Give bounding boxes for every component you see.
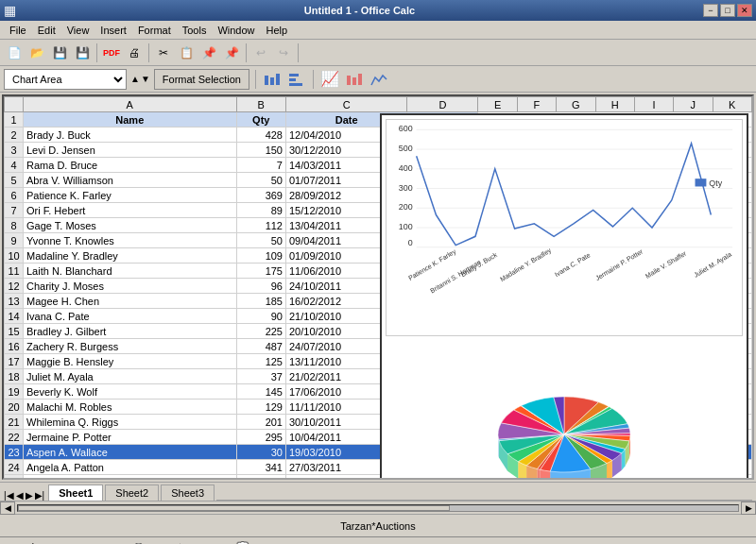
draw-line-button[interactable]: \ [25, 539, 43, 545]
draw-callout2-button[interactable]: 💭 [232, 539, 251, 545]
cell-b14[interactable]: 90 [236, 309, 285, 324]
print-button[interactable]: 🖨 [124, 42, 145, 63]
cell-a24[interactable]: Angela A. Patton [24, 460, 237, 475]
cell-b23[interactable]: 30 [236, 445, 285, 460]
hscroll-left[interactable]: ◀ [0, 502, 15, 515]
pdf-button[interactable]: PDF [101, 42, 122, 63]
cell-a16[interactable]: Zachery R. Burgess [24, 339, 237, 354]
menu-tools[interactable]: Tools [177, 24, 213, 37]
open-button[interactable]: 📂 [26, 42, 47, 63]
minimize-button[interactable]: − [703, 4, 718, 17]
menu-window[interactable]: Window [212, 24, 260, 37]
cell-b3[interactable]: 150 [236, 143, 285, 158]
cut-button[interactable]: ✂ [153, 42, 174, 63]
cell-b16[interactable]: 487 [236, 339, 285, 354]
menu-format[interactable]: Format [132, 24, 177, 37]
cell-a12[interactable]: Charity J. Moses [24, 279, 237, 294]
cell-b22[interactable]: 295 [236, 430, 285, 445]
draw-text-button[interactable]: T [108, 539, 127, 545]
cell-b6[interactable]: 369 [236, 188, 285, 203]
tab-prev-button[interactable]: ◀ [16, 490, 24, 501]
cell-a19[interactable]: Beverly K. Wolf [24, 384, 237, 400]
cell-a6[interactable]: Patience K. Farley [24, 188, 237, 203]
chart-type-bar3-button[interactable] [344, 69, 365, 90]
cell-a18[interactable]: Juliet M. Ayala [24, 369, 237, 384]
chart-type-line-button[interactable]: 📈 [319, 69, 340, 90]
chart-type-bar-button[interactable] [262, 69, 283, 90]
cell-b18[interactable]: 37 [236, 369, 285, 384]
tab-sheet3[interactable]: Sheet3 [161, 484, 215, 501]
cell-a17[interactable]: Maggie B. Hensley [24, 354, 237, 369]
undo-button[interactable]: ↩ [250, 42, 271, 63]
copy-button[interactable]: 📋 [176, 42, 197, 63]
cell-a9[interactable]: Yvonne T. Knowles [24, 233, 237, 248]
draw-ellipse-button[interactable]: ○ [87, 539, 106, 545]
cell-a11[interactable]: Laith N. Blanchard [24, 264, 237, 279]
tab-last-button[interactable]: ▶| [35, 490, 45, 501]
chart-type-area-button[interactable] [369, 69, 389, 90]
menu-edit[interactable]: Edit [32, 24, 61, 37]
cell-b13[interactable]: 185 [236, 294, 285, 309]
draw-callout-button[interactable]: 💬 [129, 539, 147, 545]
cell-a21[interactable]: Whilemina Q. Riggs [24, 415, 237, 430]
maximize-button[interactable]: □ [720, 4, 735, 17]
cell-b9[interactable]: 50 [236, 233, 285, 248]
draw-smiley-button[interactable]: ☺ [149, 539, 168, 545]
tab-sheet1[interactable]: Sheet1 [48, 484, 103, 501]
paste-button[interactable]: 📌 [198, 42, 219, 63]
cell-a13[interactable]: Magee H. Chen [24, 294, 237, 309]
cell-b19[interactable]: 145 [236, 384, 285, 400]
redo-button[interactable]: ↪ [273, 42, 294, 63]
cell-b24[interactable]: 341 [236, 460, 285, 475]
cell-b20[interactable]: 129 [236, 400, 285, 415]
tab-sheet2[interactable]: Sheet2 [105, 484, 159, 501]
cell-a20[interactable]: Malachi M. Robles [24, 400, 237, 415]
cell-a4[interactable]: Rama D. Bruce [24, 158, 237, 173]
menu-insert[interactable]: Insert [94, 24, 132, 37]
hscroll-right[interactable]: ▶ [741, 502, 756, 515]
cell-a22[interactable]: Jermaine P. Potter [24, 430, 237, 445]
cell-b15[interactable]: 225 [236, 324, 285, 339]
draw-3d-button[interactable]: 3D [253, 539, 272, 545]
cell-b11[interactable]: 175 [236, 264, 285, 279]
cell-a2[interactable]: Brady J. Buck [24, 128, 237, 143]
horizontal-scroll[interactable]: ◀ ▶ [0, 501, 756, 514]
hscroll-track[interactable] [17, 504, 739, 512]
cell-b10[interactable]: 109 [236, 248, 285, 264]
hscroll-thumb[interactable] [18, 505, 450, 511]
cell-b2[interactable]: 428 [236, 128, 285, 143]
draw-rect-button[interactable]: □ [66, 539, 85, 545]
close-button[interactable]: ✕ [737, 4, 752, 17]
cell-b17[interactable]: 125 [236, 354, 285, 369]
chart-area-select[interactable]: Chart Area [4, 69, 127, 90]
cell-a3[interactable]: Levi D. Jensen [24, 143, 237, 158]
cell-a5[interactable]: Abra V. Williamson [24, 173, 237, 188]
cell-b4[interactable]: 7 [236, 158, 285, 173]
cell-b7[interactable]: 89 [236, 203, 285, 218]
draw-arrow-button[interactable]: → [45, 539, 64, 545]
menu-file[interactable]: File [4, 24, 32, 37]
draw-arrow2-button[interactable]: ⇒ [191, 539, 210, 545]
menu-help[interactable]: Help [261, 24, 294, 37]
cell-a7[interactable]: Ori F. Hebert [24, 203, 237, 218]
cell-b25[interactable]: 311 [236, 475, 285, 481]
cell-b5[interactable]: 50 [236, 173, 285, 188]
tab-next-button[interactable]: ▶ [26, 490, 33, 501]
new-button[interactable]: 📄 [4, 42, 25, 63]
cell-b21[interactable]: 201 [236, 415, 285, 430]
draw-flowchart-button[interactable]: ◇ [212, 539, 231, 545]
cell-a23[interactable]: Aspen A. Wallace [24, 445, 237, 460]
tab-first-button[interactable]: |◀ [4, 490, 14, 501]
cell-a15[interactable]: Bradley J. Gilbert [24, 324, 237, 339]
chart-type-bar2-button[interactable] [286, 69, 307, 90]
cell-b8[interactable]: 112 [236, 218, 285, 233]
cell-a14[interactable]: Ivana C. Pate [24, 309, 237, 324]
draw-select-button[interactable]: ↖ [4, 539, 23, 545]
paste2-button[interactable]: 📌 [221, 42, 242, 63]
format-selection-button[interactable]: Format Selection [154, 69, 249, 90]
cell-a25[interactable]: Brenna Y. Bright [24, 475, 237, 481]
cell-a10[interactable]: Madaline Y. Bradley [24, 248, 237, 264]
cell-a8[interactable]: Gage T. Moses [24, 218, 237, 233]
save2-button[interactable]: 💾 [72, 42, 93, 63]
menu-view[interactable]: View [61, 24, 95, 37]
